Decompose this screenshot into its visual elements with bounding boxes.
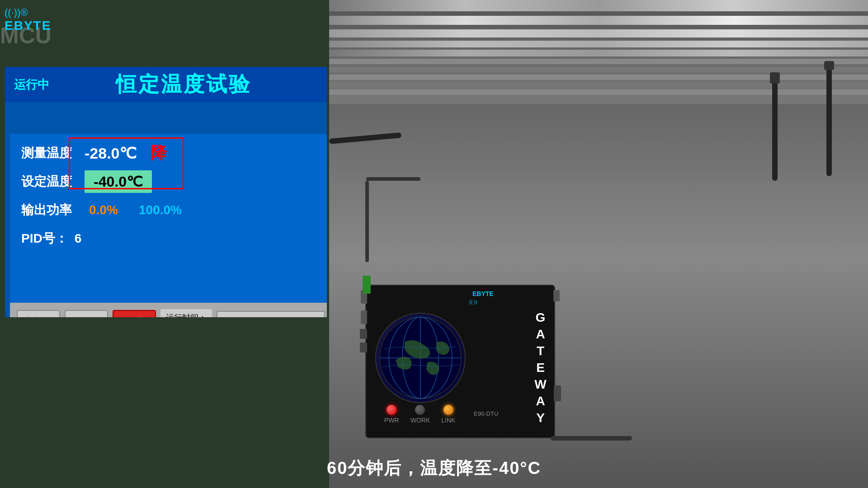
shelf-bar-8	[329, 75, 868, 80]
output-row: 输出功率 0.0% 100.0%	[21, 197, 321, 222]
measured-temp-value: -28.0℃	[85, 144, 137, 162]
pid-label: PID号：	[21, 230, 68, 247]
shelf-bar-6	[329, 59, 868, 64]
runtime-label: 运行时间：	[166, 313, 207, 317]
antenna-right	[826, 68, 832, 176]
subtitle-text: 60分钟后，温度降至-40°C	[327, 459, 541, 478]
pid-row: PID号： 6	[21, 226, 321, 251]
pwr-led	[387, 405, 396, 415]
antenna-base-left	[770, 72, 780, 84]
data-section: 测量温度 -28.0℃ 降 设定温度 -40.0℃ 输出功率 0.0% 100.…	[10, 134, 327, 304]
gateway-model-icon: ((·))	[469, 299, 477, 305]
model-number: E90-DTU	[474, 410, 498, 417]
brand-name: EBYTE	[5, 19, 51, 33]
measured-temp-label: 测量温度	[21, 145, 85, 162]
cable-bottom	[551, 436, 632, 441]
runtime-display: 运行时间： 0h 25m	[160, 309, 212, 317]
side-button-2	[360, 343, 367, 352]
work-led-group: WORK	[410, 405, 430, 424]
schedule-button[interactable]: 预约开机	[217, 311, 325, 317]
link-led-group: LINK	[441, 405, 455, 424]
port-right-top	[553, 290, 560, 301]
run-button[interactable]: 运行	[65, 310, 108, 318]
pid-value: 6	[75, 231, 82, 246]
gateway-label: GATEWAY	[533, 310, 547, 427]
logo-area: ((·))® EBYTE	[5, 7, 51, 33]
port-left-2	[361, 310, 367, 324]
work-label: WORK	[410, 417, 430, 424]
globe-icon	[375, 313, 466, 403]
subtitle: 60分钟后，温度降至-40°C	[0, 457, 868, 480]
pwr-led-group: PWR	[384, 405, 399, 424]
shelf-bar-2	[329, 16, 868, 25]
hardware-background: EBYTE ((·)) GATEWAY E90-DTU PWR WORK LIN…	[329, 0, 868, 488]
direction-indicator: 降	[151, 142, 167, 164]
shelf-bar-11	[329, 97, 868, 103]
shelf-bar-3	[329, 29, 868, 38]
link-label: LINK	[441, 417, 455, 424]
running-status: 运行中	[14, 77, 49, 93]
shelf-bar-5	[329, 50, 868, 56]
output-val2: 100.0%	[139, 203, 182, 217]
ebyte-icon: ((·))®	[5, 7, 51, 19]
shelf-bar-10	[329, 89, 868, 95]
led-area: PWR WORK LINK	[384, 405, 455, 424]
antenna-port-right	[554, 385, 561, 401]
cable-top-vertical	[365, 181, 369, 262]
status-bar: 运行中 恒定温度试验	[5, 67, 327, 102]
bottom-buttons: 返回 运行 停止 运行时间： 0h 25m 预约开机	[10, 303, 327, 317]
measured-temp-row: 测量温度 -28.0℃ 降	[21, 141, 321, 165]
set-temp-value[interactable]: -40.0℃	[85, 170, 152, 193]
link-led	[443, 405, 453, 415]
shelf-bar-1	[329, 0, 868, 11]
gateway-device: EBYTE ((·)) GATEWAY E90-DTU PWR WORK LIN…	[365, 285, 555, 438]
pwr-label: PWR	[384, 417, 399, 424]
back-button[interactable]: 返回	[17, 310, 60, 318]
shelf-bar-4	[329, 41, 868, 47]
work-led	[415, 405, 425, 415]
data-screen: 测量温度 -28.0℃ 降 设定温度 -40.0℃ 输出功率 0.0% 100.…	[10, 134, 327, 317]
shelf-bar-9	[329, 82, 868, 88]
cable-top-horiz	[366, 177, 420, 181]
screen-title: 恒定温度试验	[49, 70, 318, 99]
shelf-bar-7	[329, 67, 868, 72]
screen-content: 运行中 恒定温度试验 测量温度 -28.0℃ 降 设定温度 -40.0℃	[5, 67, 327, 317]
stop-button[interactable]: 停止	[113, 310, 156, 318]
side-button-1	[360, 329, 367, 339]
terminal-block	[363, 276, 371, 294]
output-label: 输出功率	[21, 202, 85, 219]
set-temp-row: 设定温度 -40.0℃	[21, 169, 321, 194]
antenna-base-right	[824, 61, 834, 70]
antenna-left	[772, 81, 778, 181]
output-val1: 0.0%	[89, 203, 134, 217]
gateway-brand-label: EBYTE	[472, 290, 494, 297]
right-panel: EBYTE ((·)) GATEWAY E90-DTU PWR WORK LIN…	[329, 0, 868, 488]
left-panel: MCU ((·))® EBYTE 运行中 恒定温度试验 测量温度 -28.0℃ …	[0, 0, 329, 488]
set-temp-label: 设定温度	[21, 173, 85, 190]
